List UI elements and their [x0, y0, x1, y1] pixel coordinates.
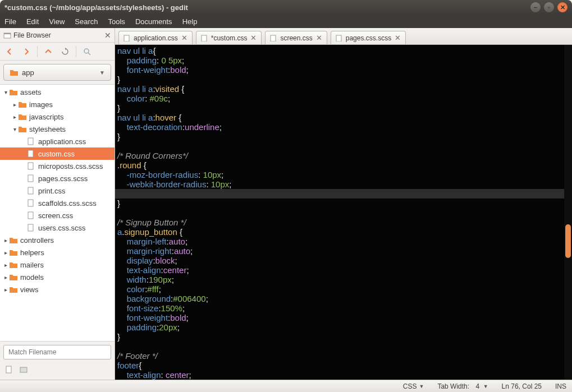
- tree-label: mailers: [20, 261, 44, 269]
- tab-close-icon[interactable]: ✕: [250, 34, 257, 42]
- maximize-button[interactable]: ▫: [544, 2, 554, 12]
- editor-area: application.css✕*custom.css✕screen.css✕p…: [115, 28, 572, 380]
- folder-icon: [9, 248, 18, 256]
- vertical-scrollbar[interactable]: [564, 45, 572, 380]
- path-selector[interactable]: app ▼: [3, 64, 111, 81]
- tree-file[interactable]: scaffolds.css.scss: [0, 197, 115, 209]
- tree-label: scaffolds.css.scss: [38, 199, 97, 207]
- code-content[interactable]: nav ul li a{ padding: 0 5px; font-weight…: [115, 45, 564, 380]
- tree-folder[interactable]: ▸helpers: [0, 246, 115, 259]
- folder-icon: [18, 113, 27, 121]
- chevron-down-icon: ▼: [419, 384, 424, 389]
- tree-label: models: [20, 273, 44, 282]
- svg-rect-15: [202, 35, 207, 41]
- status-lang[interactable]: CSS▼: [403, 382, 424, 390]
- folder-icon: [9, 273, 18, 281]
- tab-close-icon[interactable]: ✕: [395, 34, 401, 42]
- svg-rect-16: [271, 35, 276, 41]
- menu-search[interactable]: Search: [75, 17, 98, 26]
- tree-file[interactable]: custom.css: [0, 147, 115, 160]
- bottom-icons: [0, 363, 115, 380]
- tree-file[interactable]: print.css: [0, 185, 115, 197]
- file-icon: [27, 150, 36, 158]
- tree-folder[interactable]: ▸models: [0, 271, 115, 283]
- svg-rect-17: [336, 35, 341, 41]
- tree-file[interactable]: users.css.scss: [0, 222, 115, 234]
- new-folder-icon[interactable]: [19, 365, 28, 376]
- menu-edit[interactable]: Edit: [26, 17, 39, 26]
- svg-rect-8: [28, 187, 33, 194]
- chevron-down-icon: ▼: [482, 384, 488, 389]
- tree-file[interactable]: application.css: [0, 135, 115, 147]
- refresh-button[interactable]: [59, 45, 71, 58]
- expand-arrow-icon[interactable]: ▸: [2, 262, 9, 268]
- tab[interactable]: application.css✕: [118, 31, 193, 44]
- tree-label: controllers: [20, 236, 54, 245]
- new-file-icon[interactable]: [4, 365, 13, 376]
- tree-folder[interactable]: ▾stylesheets: [0, 123, 115, 135]
- close-button[interactable]: ✕: [557, 2, 568, 12]
- tab-close-icon[interactable]: ✕: [181, 34, 187, 42]
- tree-folder[interactable]: ▸javascripts: [0, 110, 115, 123]
- expand-arrow-icon[interactable]: ▸: [11, 114, 18, 120]
- menu-view[interactable]: View: [49, 17, 65, 26]
- svg-rect-12: [6, 366, 11, 373]
- panel-title: File Browser ✕: [0, 28, 115, 43]
- window-title: *custom.css (~/mblog/app/assets/styleshe…: [4, 3, 527, 12]
- tree-label: stylesheets: [29, 125, 66, 133]
- chevron-down-icon: ▼: [99, 70, 105, 76]
- expand-arrow-icon[interactable]: ▸: [11, 102, 18, 108]
- file-browser-icon: [3, 31, 11, 39]
- tab[interactable]: screen.css✕: [265, 31, 327, 44]
- tree-folder[interactable]: ▸images: [0, 98, 115, 110]
- file-icon: [27, 187, 36, 195]
- tab[interactable]: *custom.css✕: [196, 31, 262, 44]
- folder-icon: [18, 100, 27, 108]
- file-icon: [27, 224, 36, 232]
- svg-rect-11: [28, 224, 33, 231]
- tree-file[interactable]: pages.css.scss: [0, 172, 115, 185]
- svg-rect-5: [28, 150, 33, 157]
- statusbar: CSS▼ Tab Width: 4 ▼ Ln 76, Col 25 INS: [0, 380, 572, 392]
- tree-folder[interactable]: ▸controllers: [0, 234, 115, 246]
- expand-arrow-icon[interactable]: ▸: [2, 274, 9, 280]
- tree-label: microposts.css.scss: [38, 162, 103, 170]
- svg-line-3: [88, 53, 90, 55]
- forward-button[interactable]: [20, 45, 33, 58]
- toolbar-nav: [0, 43, 115, 61]
- folder-icon: [9, 88, 18, 96]
- tree-folder[interactable]: ▸views: [0, 283, 115, 296]
- file-icon: [27, 162, 36, 170]
- tab[interactable]: pages.css.scss✕: [331, 31, 406, 44]
- tab-label: screen.css: [280, 34, 312, 42]
- status-cursor: Ln 76, Col 25: [502, 382, 542, 390]
- scrollbar-thumb[interactable]: [565, 224, 571, 258]
- menu-help[interactable]: Help: [182, 17, 198, 26]
- tree-folder[interactable]: ▸mailers: [0, 259, 115, 271]
- menu-documents[interactable]: Documents: [135, 17, 172, 26]
- menu-file[interactable]: File: [4, 17, 16, 26]
- tab-close-icon[interactable]: ✕: [316, 34, 322, 42]
- tree-file[interactable]: microposts.css.scss: [0, 160, 115, 172]
- panel-close-icon[interactable]: ✕: [104, 31, 111, 40]
- minimize-button[interactable]: –: [530, 2, 541, 12]
- expand-arrow-icon[interactable]: ▸: [2, 250, 9, 256]
- file-icon: [123, 35, 130, 41]
- file-icon: [27, 137, 36, 145]
- tree-file[interactable]: screen.css: [0, 209, 115, 222]
- match-filename-input[interactable]: [3, 345, 111, 359]
- menu-tools[interactable]: Tools: [108, 17, 125, 26]
- folder-icon: [9, 236, 18, 244]
- file-tree[interactable]: ▾assets▸images▸javascripts▾stylesheetsap…: [0, 84, 115, 342]
- expand-arrow-icon[interactable]: ▾: [11, 126, 18, 132]
- back-button[interactable]: [3, 45, 16, 58]
- file-icon: [270, 35, 277, 41]
- code-view[interactable]: nav ul li a{ padding: 0 5px; font-weight…: [115, 45, 564, 380]
- expand-arrow-icon[interactable]: ▾: [2, 89, 9, 95]
- tree-folder[interactable]: ▾assets: [0, 86, 115, 98]
- search-button[interactable]: [81, 45, 93, 58]
- up-button[interactable]: [42, 45, 54, 58]
- expand-arrow-icon[interactable]: ▸: [2, 237, 9, 243]
- status-tabwidth[interactable]: Tab Width: 4 ▼: [437, 382, 488, 390]
- expand-arrow-icon[interactable]: ▸: [2, 287, 9, 293]
